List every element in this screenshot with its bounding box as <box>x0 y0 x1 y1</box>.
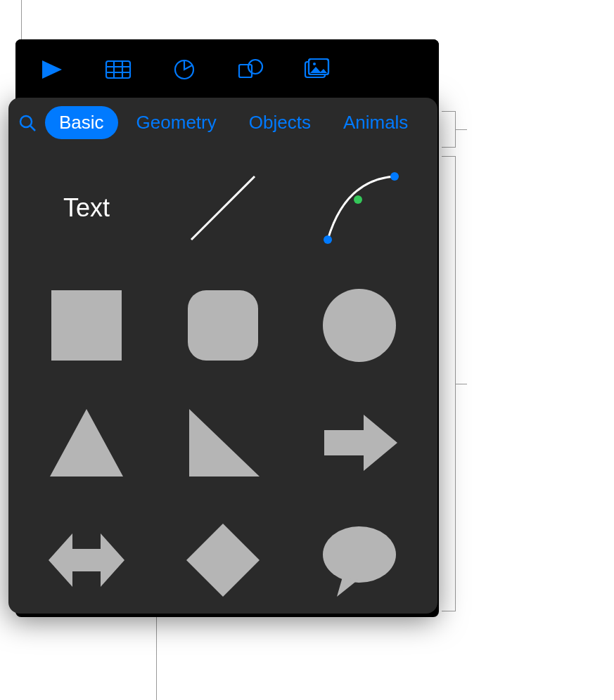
play-icon[interactable] <box>37 54 68 85</box>
svg-point-13 <box>20 116 32 127</box>
svg-point-21 <box>323 289 396 362</box>
callout-bracket-shapes <box>442 156 456 611</box>
svg-point-8 <box>248 60 262 74</box>
callout-line-top-left <box>21 0 22 39</box>
tab-basic[interactable]: Basic <box>45 106 118 139</box>
svg-marker-25 <box>49 533 124 587</box>
shapes-grid: Text <box>8 148 437 614</box>
shape-icon[interactable] <box>235 54 266 85</box>
shape-double-arrow[interactable] <box>23 505 151 614</box>
svg-marker-28 <box>337 577 358 597</box>
media-icon[interactable] <box>301 54 332 85</box>
shape-text[interactable]: Text <box>23 153 151 262</box>
svg-marker-23 <box>189 409 260 477</box>
shape-right-triangle[interactable] <box>159 388 287 497</box>
callout-line-bottom <box>156 617 157 700</box>
svg-marker-0 <box>42 60 62 79</box>
svg-rect-1 <box>106 61 130 78</box>
search-icon[interactable] <box>14 110 41 136</box>
svg-point-12 <box>313 63 316 65</box>
svg-point-18 <box>390 172 399 181</box>
shape-circle[interactable] <box>295 271 423 380</box>
svg-line-14 <box>30 126 35 131</box>
callout-bracket-categories-stem <box>456 129 467 130</box>
text-shape-label: Text <box>63 193 110 223</box>
shape-arrow-right[interactable] <box>295 388 423 497</box>
svg-point-17 <box>354 195 362 204</box>
shape-rounded-square[interactable] <box>159 271 287 380</box>
svg-line-15 <box>191 176 255 240</box>
svg-marker-26 <box>186 524 260 597</box>
tab-objects[interactable]: Objects <box>235 106 325 139</box>
callout-bracket-categories <box>442 111 456 148</box>
tab-nature[interactable]: Na <box>426 106 437 139</box>
chart-icon[interactable] <box>169 54 200 85</box>
shapes-popover: Basic Geometry Objects Animals Na Text <box>8 98 437 614</box>
shape-triangle[interactable] <box>23 388 151 497</box>
tab-animals[interactable]: Animals <box>329 106 422 139</box>
svg-marker-24 <box>324 415 397 471</box>
category-tabs: Basic Geometry Objects Animals Na <box>8 98 437 148</box>
shape-diamond[interactable] <box>159 505 287 614</box>
svg-point-27 <box>323 526 396 583</box>
toolbar <box>15 39 439 99</box>
svg-point-16 <box>324 235 332 244</box>
svg-rect-20 <box>188 290 258 361</box>
shape-square[interactable] <box>23 271 151 380</box>
table-icon[interactable] <box>103 54 134 85</box>
svg-marker-22 <box>50 409 123 477</box>
callout-bracket-shapes-stem <box>456 384 467 384</box>
shape-speech-bubble[interactable] <box>295 505 423 614</box>
shape-line[interactable] <box>159 153 287 262</box>
tab-geometry[interactable]: Geometry <box>122 106 231 139</box>
svg-rect-19 <box>51 290 122 361</box>
shape-curve[interactable] <box>295 153 423 262</box>
